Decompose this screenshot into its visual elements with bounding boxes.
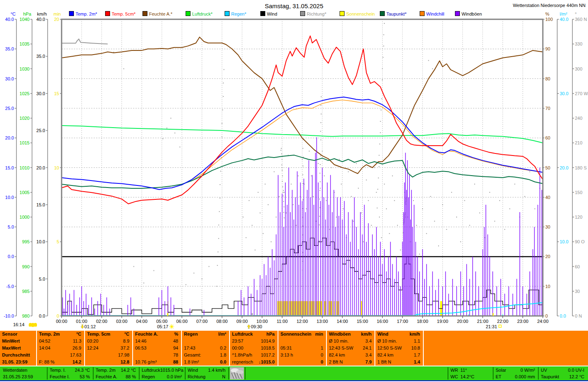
svg-text:15.0: 15.0	[5, 165, 14, 170]
weather-chart: °C40.035.030.025.020.015.010.05.00.0-5.0…	[0, 0, 588, 330]
svg-text:1015: 1015	[20, 140, 30, 145]
status-label: 31.05.25 23:59	[3, 373, 33, 380]
cell-label: 1 Bft N	[377, 359, 391, 366]
cell-label: regnerisch	[232, 359, 253, 366]
svg-text:60: 60	[575, 264, 580, 269]
cell-value: 48	[173, 338, 178, 345]
column-name: Feuchte A.	[135, 331, 158, 338]
status-divider	[538, 367, 539, 380]
status-label: Solar	[496, 367, 506, 373]
status-value: 11°	[460, 367, 467, 373]
cell-value: 88	[173, 359, 178, 366]
column-unit: °C	[124, 331, 129, 338]
status-label: Richtung	[188, 373, 205, 380]
cell-value: 1.1	[414, 338, 420, 345]
svg-text:05:17: 05:17	[157, 324, 168, 329]
cell-value: 0.2	[220, 345, 226, 352]
svg-text:16:00: 16:00	[377, 319, 388, 324]
cell-value: 14.2	[73, 359, 81, 366]
cell-label: 00:00	[232, 345, 243, 352]
status-label: Taupunkt	[541, 373, 559, 380]
svg-text:13:00: 13:00	[317, 319, 328, 324]
table-row-labels: SensorMinWertMaxWertDurchschnitt31.05. 2…	[0, 331, 35, 366]
svg-text:5.0: 5.0	[8, 224, 14, 229]
svg-text:35.0: 35.0	[5, 46, 14, 51]
status-cell-left-4: Luftdruck1015.0 hPaRegen0.0 l/m²	[140, 367, 184, 380]
cell-value: 0	[321, 352, 323, 359]
svg-text:22:00: 22:00	[497, 319, 509, 324]
svg-text:60: 60	[545, 135, 550, 140]
svg-text:15: 15	[54, 91, 59, 96]
table-column-sonnenschein: Sonnenscheinmin05:3113:13 h00	[278, 331, 325, 366]
status-cell-left-5: Wind1.4 km/hRichtungN	[186, 367, 227, 380]
column-name: Temp. 2m	[39, 331, 60, 338]
status-value: 0.0 UV-I	[568, 367, 584, 373]
svg-text:985: 985	[22, 289, 30, 294]
svg-text:-10.0: -10.0	[4, 313, 14, 318]
cell-label: 06:53	[135, 345, 147, 352]
svg-text:70: 70	[545, 106, 550, 111]
svg-text:04:00: 04:00	[136, 319, 148, 324]
status-bar: Wetterdaten31.05.25 23:59Temp. I.24.3 °C…	[0, 366, 588, 381]
weather-app-window: Samstag, 31.05.2025 Wetterstation Nieder…	[0, 0, 588, 382]
svg-text:09:00: 09:00	[237, 319, 248, 324]
svg-text:1040: 1040	[20, 17, 30, 22]
svg-text:90: 90	[545, 46, 550, 51]
cell-value: 1	[321, 345, 323, 352]
series-sonnenschein	[168, 301, 442, 316]
svg-text:80: 80	[545, 76, 550, 81]
stats-table: SensorMinWertMaxWertDurchschnitt31.05. 2…	[0, 331, 588, 366]
svg-text:20.0: 20.0	[560, 165, 568, 170]
table-column-temp-2m: Temp. 2m°C04:5211.314:0426.917.63F: 88 %…	[37, 331, 83, 366]
svg-text:17:00: 17:00	[397, 319, 408, 324]
svg-text:120: 120	[575, 215, 582, 220]
svg-text:30.0: 30.0	[560, 91, 568, 96]
svg-text:07:00: 07:00	[196, 319, 208, 324]
status-divider	[448, 367, 448, 380]
day-length-icon	[29, 323, 37, 327]
svg-text:5: 5	[57, 239, 59, 244]
cell-label: 3:13 h	[280, 352, 293, 359]
cell-label: 12:43 S-SW	[329, 345, 353, 352]
cell-value: 8.9	[123, 338, 129, 345]
svg-text:21:00: 21:00	[477, 319, 489, 324]
svg-text:11:00: 11:00	[277, 319, 288, 324]
svg-text:990: 990	[22, 264, 30, 269]
cell-label: 10.76 g/m³	[135, 359, 157, 366]
cell-label: 14:04	[39, 345, 51, 352]
cell-label: 14:46	[135, 338, 147, 345]
svg-text:09:30: 09:30	[251, 324, 262, 329]
svg-text:10.0: 10.0	[5, 195, 14, 200]
cell-label: 23:57	[232, 338, 243, 345]
svg-text:1010: 1010	[20, 165, 30, 170]
cell-value: 1018.5	[261, 345, 275, 352]
svg-text:°C: °C	[11, 11, 16, 16]
status-cell-left-2: Temp. I.24.3 °CFeuchte I.53 %	[48, 367, 92, 380]
status-value: 1.4 km/h	[208, 367, 225, 373]
column-name: Temp. 5cm	[87, 331, 110, 338]
status-label: Regen	[142, 373, 155, 380]
cell-value: 37.2	[121, 345, 129, 352]
svg-text:20:00: 20:00	[457, 319, 469, 324]
status-value: 14.2 °C	[121, 367, 136, 373]
cell-label: Ø 10 min.	[329, 338, 349, 345]
table-column-feuchte-a-: Feuchte A.%14:464806:53947810.76 g/m³88	[133, 331, 180, 366]
svg-text:12:00: 12:00	[296, 319, 308, 324]
svg-text:30.0: 30.0	[37, 91, 45, 96]
svg-text:10.0: 10.0	[37, 239, 45, 244]
svg-text:240: 240	[575, 116, 582, 121]
table-divider	[423, 331, 424, 366]
svg-text:1000: 1000	[20, 215, 30, 220]
row-label: Durchschnitt	[2, 352, 30, 359]
status-label: Luftdruck	[142, 367, 160, 373]
cell-value: 17.63	[70, 352, 81, 359]
cell-value: ↓1015.0	[259, 359, 275, 366]
svg-text:18:00: 18:00	[417, 319, 428, 324]
cell-value: 0.0	[220, 359, 226, 366]
svg-text:0.0: 0.0	[560, 313, 566, 318]
series-windchill	[192, 100, 543, 181]
column-unit: min	[315, 331, 323, 338]
status-label: UV	[541, 367, 547, 373]
svg-text:1020: 1020	[20, 116, 30, 121]
row-label: Sensor	[2, 331, 17, 338]
